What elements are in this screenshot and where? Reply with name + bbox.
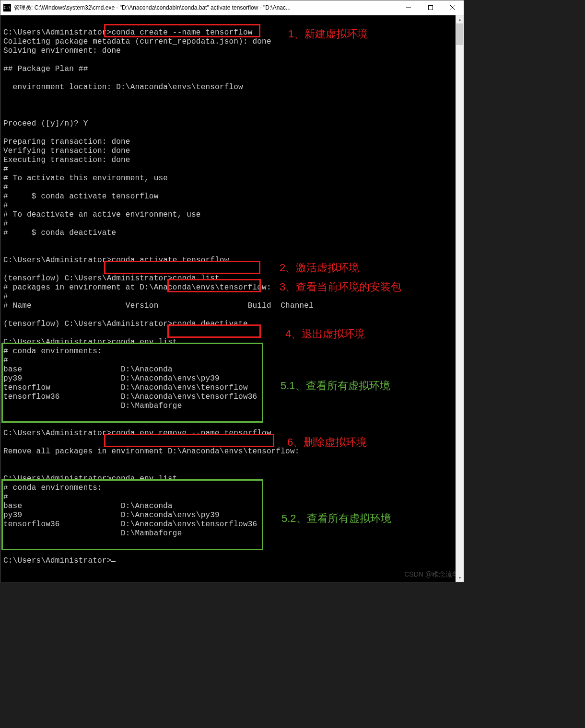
title-left: C:\ 管理员: C:\Windows\system32\cmd.exe - "… [0, 4, 291, 12]
svg-rect-1 [429, 6, 433, 10]
window-title: 管理员: C:\Windows\system32\cmd.exe - "D:\A… [14, 4, 291, 12]
cursor [111, 561, 116, 562]
terminal-output[interactable]: C:\Users\Administrator>conda create --na… [0, 15, 464, 582]
cmd-window: C:\ 管理员: C:\Windows\system32\cmd.exe - "… [0, 0, 464, 582]
window-controls [398, 0, 464, 15]
close-button[interactable] [442, 0, 464, 15]
terminal-wrap: C:\Users\Administrator>conda create --na… [0, 15, 464, 582]
cmd-icon: C:\ [3, 4, 11, 12]
titlebar[interactable]: C:\ 管理员: C:\Windows\system32\cmd.exe - "… [0, 0, 464, 15]
scroll-down-button[interactable]: ▾ [456, 574, 464, 582]
scrollbar-vertical[interactable]: ▴ ▾ [456, 15, 464, 582]
scroll-thumb[interactable] [456, 23, 463, 45]
minimize-button[interactable] [398, 0, 420, 15]
maximize-button[interactable] [420, 0, 442, 15]
scroll-up-button[interactable]: ▴ [456, 15, 464, 23]
